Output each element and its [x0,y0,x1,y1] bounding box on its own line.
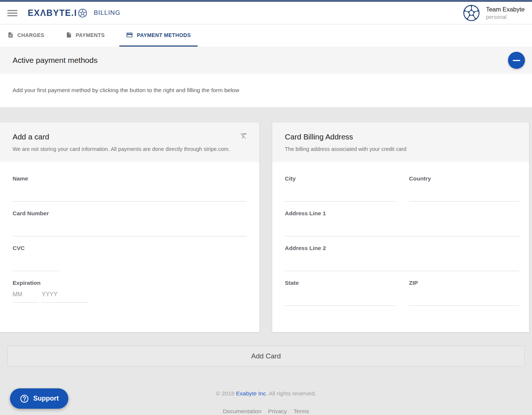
collapse-section-button[interactable] [508,52,525,69]
account-area[interactable]: Team Exabyte personal [463,4,525,21]
logo-text: EXΛBYTE.I [28,8,77,18]
cvc-input[interactable] [13,252,59,271]
zip-label: ZIP [409,280,519,286]
document-icon [7,32,14,38]
company-link[interactable]: Exabyte Inc [236,390,266,397]
state-input[interactable] [285,286,395,306]
help-icon [20,394,29,404]
state-field: State [285,280,395,306]
add-card-panel: Add a card We are not storing your card … [0,122,259,332]
footer-link-terms[interactable]: Terms [293,408,309,415]
panel-title: Add a card [13,132,247,141]
active-payment-methods-header: Active payment methods [0,47,532,74]
card-number-input[interactable] [13,217,247,236]
clear-form-button[interactable] [239,132,248,141]
payment-form-row: Add a card We are not storing your card … [0,122,532,332]
address-line-2-field: Address Line 2 [285,245,519,271]
team-type: personal [486,14,525,20]
card-number-field: Card Number [13,210,247,236]
country-field: Country [409,175,519,210]
copyright-line: © 2018 Exabyte Inc. All rights reserved. [0,390,532,397]
footer-link-documentation[interactable]: Documentation [223,408,261,415]
hamburger-menu-icon[interactable] [7,9,17,18]
name-input[interactable] [13,182,247,202]
address-line-1-input[interactable] [285,217,519,236]
tab-label: PAYMENTS [76,32,105,38]
expiration-label: Expiration [13,280,247,286]
panel-subtitle: We are not storing your card information… [13,146,247,152]
add-card-panel-header: Add a card We are not storing your card … [0,122,259,162]
add-card-form: Name Card Number CVC Expiration [0,162,259,320]
billing-address-form: City Country Address Line 1 Address Line… [272,162,529,332]
app-header: EXΛBYTE.I BILLING [0,2,532,24]
support-label: Support [33,395,59,402]
empty-state-message: Add your first payment method by clickin… [0,74,532,107]
footer-link-privacy[interactable]: Privacy [268,408,287,415]
panel-subtitle: The billing address associated with your… [285,146,516,152]
address-line-2-label: Address Line 2 [285,245,519,252]
panel-title: Card Billing Address [285,132,516,141]
expiration-field: Expiration [13,280,247,303]
card-number-label: Card Number [13,210,247,217]
address-line-1-field: Address Line 1 [285,210,519,236]
tab-charges[interactable]: CHARGES [1,24,51,47]
state-label: State [285,280,395,286]
team-name: Team Exabyte [486,6,525,13]
billing-tabbar: CHARGES PAYMENTS PAYMENT METHODS [0,24,532,47]
address-line-1-label: Address Line 1 [285,210,519,217]
tab-payments[interactable]: PAYMENTS [59,24,112,47]
logo-soccer-ball-icon [78,9,87,18]
section-title: Active payment methods [13,56,98,65]
city-label: City [285,175,395,182]
city-input[interactable] [285,182,395,202]
cvc-field: CVC [13,245,247,271]
format-clear-icon [240,132,248,140]
copyright-prefix: © 2018 [216,390,236,397]
team-avatar-soccer-ball-icon[interactable] [463,4,480,21]
zip-input[interactable] [409,286,519,306]
tab-label: PAYMENT METHODS [137,32,191,38]
billing-address-panel: Card Billing Address The billing address… [272,122,529,332]
zip-field: ZIP [409,280,519,314]
billing-address-panel-header: Card Billing Address The billing address… [272,122,529,162]
expiration-year-input[interactable] [42,286,88,303]
support-button[interactable]: Support [10,388,68,409]
city-field: City [285,175,395,202]
footer-links: Documentation Privacy Terms [0,408,532,415]
minus-icon [513,60,520,61]
country-label: Country [409,175,519,182]
name-field: Name [13,175,247,202]
add-card-button[interactable]: Add Card [7,346,525,367]
expiration-month-input[interactable] [13,286,39,303]
document-icon [66,32,72,38]
copyright-suffix: . All rights reserved. [266,390,316,397]
credit-card-icon [126,31,133,38]
cvc-label: CVC [13,245,247,252]
tab-payment-methods[interactable]: PAYMENT METHODS [119,24,197,47]
brand-logo[interactable]: EXΛBYTE.I BILLING [28,8,120,18]
country-input[interactable] [409,182,519,202]
name-label: Name [13,175,247,182]
page-title: BILLING [94,9,120,17]
tab-label: CHARGES [17,32,44,38]
address-line-2-input[interactable] [285,252,519,271]
